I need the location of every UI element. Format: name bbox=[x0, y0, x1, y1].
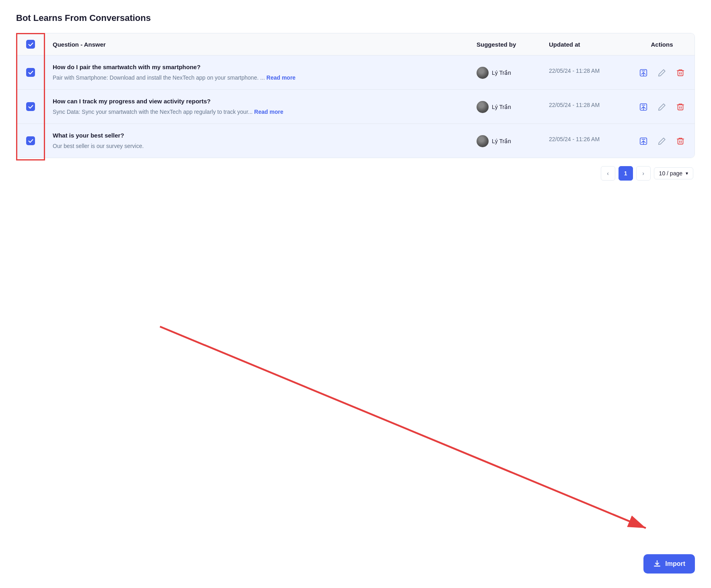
save-to-bot-btn[interactable] bbox=[637, 67, 649, 79]
edit-btn[interactable] bbox=[656, 101, 668, 113]
updated-at-value: 22/05/24 - 11:26 AM bbox=[549, 131, 621, 142]
current-page-btn[interactable]: 1 bbox=[619, 166, 633, 181]
updated-at-value: 22/05/24 - 11:28 AM bbox=[549, 97, 621, 108]
table-row: How do I pair the smartwatch with my sma… bbox=[16, 56, 695, 90]
answer-text: Pair with Smartphone: Download and insta… bbox=[53, 74, 460, 82]
svg-rect-5 bbox=[678, 139, 683, 144]
actions-cell bbox=[629, 56, 695, 90]
updated-at-cell: 22/05/24 - 11:28 AM bbox=[541, 90, 629, 124]
next-page-btn[interactable]: › bbox=[636, 166, 651, 181]
updated-at-cell: 22/05/24 - 11:26 AM bbox=[541, 124, 629, 158]
suggested-by-name: Lý Trần bbox=[492, 138, 511, 144]
row-checkbox-cell bbox=[16, 56, 45, 90]
header-suggested-by: Suggested by bbox=[469, 33, 541, 56]
import-icon bbox=[653, 560, 661, 568]
row-checkbox-2[interactable] bbox=[26, 102, 35, 111]
save-to-bot-btn[interactable] bbox=[637, 101, 649, 113]
qa-cell: How do I pair the smartwatch with my sma… bbox=[45, 56, 469, 90]
import-button-label: Import bbox=[665, 560, 685, 567]
qa-cell: How can I track my progress and view act… bbox=[45, 90, 469, 124]
row-checkbox-1[interactable] bbox=[26, 68, 35, 77]
page-title: Bot Learns From Conversations bbox=[16, 13, 695, 23]
avatar bbox=[477, 67, 489, 79]
answer-text: Our best seller is our survey service. bbox=[53, 142, 460, 150]
page-size-label: 10 / page bbox=[659, 170, 682, 177]
header-updated-at: Updated at bbox=[541, 33, 629, 56]
suggested-by-cell: Lý Trần bbox=[469, 56, 541, 90]
select-all-checkbox[interactable] bbox=[26, 40, 35, 49]
question-text: What is your best seller? bbox=[53, 131, 460, 140]
suggested-by-cell: Lý Trần bbox=[469, 124, 541, 158]
svg-line-7 bbox=[160, 327, 646, 528]
table-row: What is your best seller? Our best selle… bbox=[16, 124, 695, 158]
data-table: Question - Answer Suggested by Updated a… bbox=[16, 33, 695, 158]
updated-at-cell: 22/05/24 - 11:28 AM bbox=[541, 56, 629, 90]
delete-btn[interactable] bbox=[674, 101, 686, 113]
svg-rect-8 bbox=[654, 565, 660, 567]
suggested-by-name: Lý Trần bbox=[492, 70, 511, 76]
question-text: How can I track my progress and view act… bbox=[53, 97, 460, 105]
delete-btn[interactable] bbox=[674, 67, 686, 79]
svg-rect-1 bbox=[678, 71, 683, 76]
pagination: ‹ 1 › 10 / page ▾ bbox=[16, 166, 695, 181]
edit-btn[interactable] bbox=[656, 135, 668, 147]
svg-rect-3 bbox=[678, 105, 683, 110]
row-checkbox-cell bbox=[16, 90, 45, 124]
row-checkbox-3[interactable] bbox=[26, 136, 35, 145]
row-checkbox-cell bbox=[16, 124, 45, 158]
header-checkbox-col bbox=[16, 33, 45, 56]
actions-cell bbox=[629, 124, 695, 158]
qa-cell: What is your best seller? Our best selle… bbox=[45, 124, 469, 158]
page-size-selector[interactable]: 10 / page ▾ bbox=[654, 167, 693, 179]
suggested-by-cell: Lý Trần bbox=[469, 90, 541, 124]
actions-cell bbox=[629, 90, 695, 124]
answer-text: Sync Data: Sync your smartwatch with the… bbox=[53, 108, 460, 116]
import-button[interactable]: Import bbox=[643, 554, 695, 574]
question-text: How do I pair the smartwatch with my sma… bbox=[53, 63, 460, 71]
read-more-link[interactable]: Read more bbox=[254, 109, 283, 115]
avatar bbox=[477, 101, 489, 113]
save-to-bot-btn[interactable] bbox=[637, 135, 649, 147]
header-qa: Question - Answer bbox=[45, 33, 469, 56]
header-actions: Actions bbox=[629, 33, 695, 56]
suggested-by-name: Lý Trần bbox=[492, 104, 511, 110]
table-row: How can I track my progress and view act… bbox=[16, 90, 695, 124]
delete-btn[interactable] bbox=[674, 135, 686, 147]
updated-at-value: 22/05/24 - 11:28 AM bbox=[549, 63, 621, 74]
prev-page-btn[interactable]: ‹ bbox=[601, 166, 615, 181]
avatar bbox=[477, 135, 489, 147]
chevron-down-icon: ▾ bbox=[686, 171, 688, 176]
edit-btn[interactable] bbox=[656, 67, 668, 79]
read-more-link[interactable]: Read more bbox=[267, 74, 296, 81]
